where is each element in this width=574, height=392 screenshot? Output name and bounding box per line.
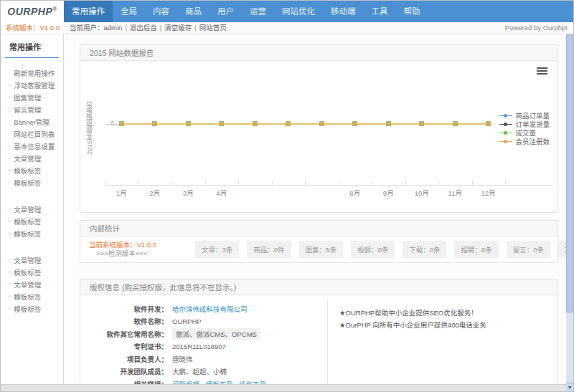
status-link-1[interactable]: 清空缓存 [164,22,192,34]
powered-by-label: Powered by Ourphp! [505,22,568,34]
stat-counter-3: 视频：0条 [351,241,395,258]
check-version-link[interactable]: >>>检测版本<<< [89,249,195,258]
data-point-marker-3月[interactable] [186,121,191,126]
footer-strip [1,384,566,391]
nav-item-2[interactable]: 内容 [145,1,177,22]
sidebar-item[interactable]: ○模板标签 [1,227,63,239]
sidebar-item[interactable]: ○模板标签 [1,176,63,188]
sidebar-item[interactable]: ○图集管理 [1,91,63,103]
nav-item-9[interactable]: 帮助 [396,1,428,22]
sidebar-item[interactable]: ○文章管理 [1,278,63,290]
x-axis-label-10月: 10月 [408,188,436,198]
data-point-marker-9月[interactable] [386,121,391,126]
sidebar-item[interactable]: ○模板标签 [1,302,63,315]
nav-item-0[interactable]: 常用操作 [64,1,113,22]
main-menu: 常用操作全局内容商品用户运营网站优化移动端工具帮助 [64,1,573,22]
vertical-scrollbar[interactable]: ▼ [566,34,573,391]
sidebar-group-1: ○文章管理○模板标签○模板标签 [1,203,63,239]
field-value[interactable]: 问题反馈 - 模板下载 - 插件下载 [172,379,266,384]
sidebar: 常用操作 ○刷新常用操作○浮动客服管理○图集管理○留言管理○Banner管理○网… [1,34,64,384]
sidebar-item[interactable]: ○网站栏目列表 [1,128,63,140]
x-axis-label-3月: 3月 [174,188,202,198]
field-value[interactable]: 哈尔滨伟成科技有限公司 [172,304,248,314]
data-point-marker-8月[interactable] [352,121,357,126]
nav-item-3[interactable]: 商品 [177,1,210,22]
sidebar-item-label: 模板标签 [14,304,41,314]
x-axis-tick [472,181,473,185]
field-value: 唐晓伟 [172,354,193,364]
sidebar-item[interactable]: ○模板标签 [1,290,63,302]
legend-marker-icon [499,139,512,144]
app-window: OURPHP® 常用操作全局内容商品用户运营网站优化移动端工具帮助 系统版本：V… [0,0,574,392]
copyright-field-row: 软件其它常用名称：傲派、傲派CMS、OPCMS [80,328,327,340]
legend-item-3[interactable]: 会员注册数 [499,137,550,145]
sidebar-item-label: 留言管理 [14,105,41,115]
stat-counter-6: 留言：0条 [507,241,550,258]
session-links: 当前用户：admin|退出后台|清空缓存|网站首页 [70,22,227,34]
nav-item-1[interactable]: 全局 [113,1,145,22]
data-point-marker-5月[interactable] [253,121,258,126]
sidebar-item[interactable]: ○文章管理 [1,254,63,266]
stats-panel: 内部统计 当前系统版本：V1.0.0 >>>检测版本<<< 文章：3条商品：0件… [80,220,557,263]
x-axis-tick [372,181,372,185]
x-axis-tick [205,181,206,185]
data-point-marker-10月[interactable] [419,121,424,126]
data-point-marker-1月[interactable] [119,121,124,126]
sidebar-item[interactable]: ○文章管理 [1,152,63,164]
scrollbar-thumb[interactable] [566,34,573,312]
stat-counter-7: 友链：1条 [558,241,566,258]
logo: OURPHP® [1,1,64,22]
sidebar-item-label: 文章管理 [14,255,41,265]
stat-counter-1: 商品：0件 [247,241,291,258]
data-point-marker-12月[interactable] [486,121,491,126]
nav-item-7[interactable]: 移动端 [323,1,364,22]
chart-menu-icon[interactable] [537,67,547,76]
field-value: 2015R11L018907 [172,343,226,350]
x-axis-label-8月: 8月 [341,188,370,198]
x-axis-tick [405,181,406,185]
data-point-marker-11月[interactable] [453,121,458,126]
nav-item-6[interactable]: 网站优化 [274,1,323,22]
sidebar-item[interactable]: ○留言管理 [1,103,63,115]
data-point-marker-6月[interactable] [286,121,291,126]
sidebar-item[interactable]: ○浮动客服管理 [1,79,63,91]
report-panel-title: 2015 网站数据报告 [80,45,557,61]
sidebar-item[interactable]: ○模板标签 [1,266,63,278]
nav-item-5[interactable]: 运营 [242,1,274,22]
sidebar-item-label: 刷新常用操作 [14,68,55,78]
status-main: 当前用户：admin|退出后台|清空缓存|网站首页 Powered by Our… [64,22,573,34]
sidebar-item[interactable]: ○刷新常用操作 [1,67,63,79]
legend-marker-icon [499,130,512,135]
status-link-2[interactable]: 网站首页 [199,22,227,34]
data-point-marker-7月[interactable] [319,121,324,126]
sidebar-item[interactable]: ○Banner管理 [1,115,63,128]
sidebar-item[interactable]: ○文章管理 [1,203,63,215]
stat-counter-5: 招聘：0条 [454,241,498,258]
x-axis-label-4月: 4月 [207,188,236,198]
nav-item-4[interactable]: 用户 [210,1,242,22]
x-axis-line [105,185,553,186]
data-point-marker-4月[interactable] [219,121,224,126]
status-link-0[interactable]: 退出后台 [130,22,157,34]
bullet-icon: ○ [8,231,11,236]
scrollbar-down-arrow-icon[interactable]: ▼ [566,383,573,391]
nav-item-8[interactable]: 工具 [364,1,396,22]
copyright-body: 软件开发：哈尔滨伟成科技有限公司软件名称：OURPHP软件其它常用名称：傲派、傲… [80,295,557,384]
bullet-icon: ○ [8,156,11,161]
x-axis-label-11月: 11月 [441,188,469,198]
stat-counters: 文章：3条商品：0件图集：5条视频：0条下载：0条招聘：0条留言：0条友链：1条 [195,241,566,258]
copyright-field-row: 专利证书：2015R11L018907 [80,340,327,353]
bullet-icon: ○ [8,269,11,274]
sidebar-menu: ○刷新常用操作○浮动客服管理○图集管理○留言管理○Banner管理○网站栏目列表… [1,67,63,315]
sidebar-item[interactable]: ○模板标签 [1,164,63,176]
chart-y-tick-zero: 0 [110,120,114,127]
sidebar-item[interactable]: ○模板标签 [1,215,63,227]
data-point-marker-2月[interactable] [152,121,157,126]
copyright-panel-title: 版权信息 (购买授权版，此信息将不在显示。) [80,279,557,295]
sidebar-item-label: 文章管理 [14,279,41,290]
top-navigation: OURPHP® 常用操作全局内容商品用户运营网站优化移动端工具帮助 [1,1,573,22]
field-label: 软件开发： [80,304,168,314]
sidebar-item[interactable]: ○基本信息设置 [1,140,63,152]
legend-marker-icon [499,122,512,127]
sidebar-item-label: Banner管理 [14,117,50,127]
